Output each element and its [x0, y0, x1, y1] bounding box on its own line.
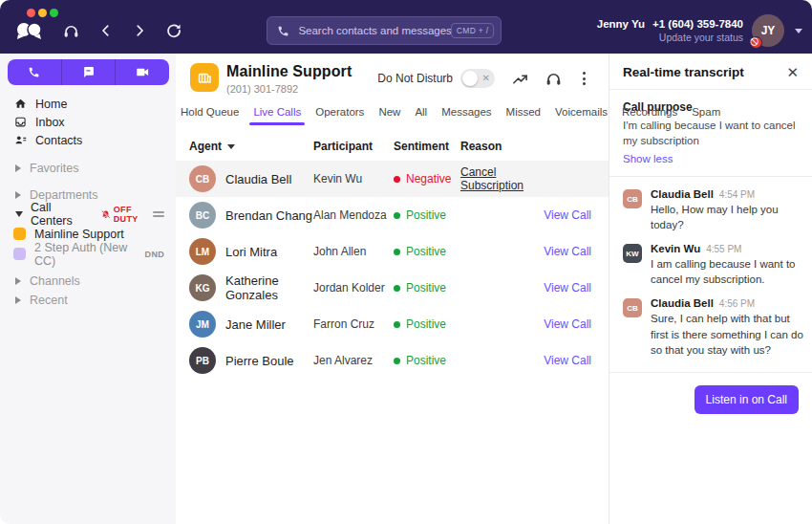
tab[interactable]: Voicemails	[554, 104, 609, 125]
agent-name: Pierre Boule	[225, 354, 294, 368]
listen-headset-icon[interactable]	[545, 71, 562, 87]
listen-in-on-call-button[interactable]: Listen in on Call	[694, 385, 799, 414]
search-input[interactable]	[298, 25, 450, 36]
agent-avatar: BC	[189, 202, 216, 229]
sentiment-dot-icon	[394, 285, 400, 292]
message-text: Sure, I can help with that but first is …	[651, 311, 804, 357]
sentiment-dot-icon	[394, 212, 400, 219]
participant-name: Jen Alvarez	[313, 354, 394, 367]
tab[interactable]: Recordings	[621, 104, 678, 125]
call-purpose-section: Call purpose I'm calling because I want …	[609, 90, 812, 177]
home-icon	[13, 98, 28, 110]
tab[interactable]: Messages	[440, 104, 492, 125]
back-icon[interactable]	[99, 24, 113, 37]
view-call-link[interactable]: View Call	[544, 317, 591, 331]
table-row[interactable]: PB Pierre Boule Jen Alvarez Positive Vie…	[176, 342, 609, 379]
sidebar-item-inbox[interactable]: Inbox	[0, 113, 176, 131]
new-video-button[interactable]	[115, 59, 169, 85]
reason-link[interactable]: Cancel Subscription	[460, 165, 524, 192]
show-less-link[interactable]: Show less	[623, 153, 801, 164]
view-call-link[interactable]: View Call	[544, 245, 591, 258]
new-call-button[interactable]	[8, 59, 61, 85]
forward-icon[interactable]	[133, 24, 146, 37]
table-row[interactable]: CB Claudia Bell Kevin Wu Negative Cancel…	[176, 161, 609, 197]
participant-name: Farron Cruz	[313, 317, 394, 331]
tab[interactable]: Hold Queue	[180, 104, 240, 125]
sidebar-group-call-centers[interactable]: Call Centers OFF DUTY	[0, 205, 176, 224]
table-row[interactable]: JM Jane Miller Farron Cruz Positive View…	[176, 306, 609, 342]
call-center-phone: (201) 301-7892	[226, 83, 352, 95]
participant-name: Alan Mendoza	[313, 208, 394, 222]
reorder-grip-icon[interactable]	[153, 211, 164, 217]
view-call-link[interactable]: View Call	[544, 208, 591, 222]
transcript-message: CB Claudia Bell4:54 PM Hello, How may I …	[623, 188, 804, 232]
sentiment-dot-icon	[394, 358, 400, 364]
tab[interactable]: All	[414, 104, 428, 125]
sidebar-item-home[interactable]: Home	[0, 95, 176, 113]
tab[interactable]: New	[377, 104, 401, 125]
sentiment-dot-icon	[394, 176, 400, 183]
view-call-link[interactable]: View Call	[544, 354, 591, 367]
dnd-toggle[interactable]: ✕	[460, 69, 495, 88]
call-center-color-swatch	[13, 248, 26, 260]
user-phone: +1 (604) 359-7840	[652, 18, 743, 30]
topbar: CMD + / Jenny Yu+1 (604) 359-7840 Update…	[0, 0, 812, 54]
message-text: Hello, How may I help you today?	[651, 202, 804, 232]
table-header: Agent Participant Sentiment Reason	[176, 132, 609, 161]
table-row[interactable]: LM Lori Mitra John Allen Positive View C…	[176, 233, 609, 270]
speaker-name: Claudia Bell	[651, 297, 714, 309]
close-icon[interactable]: ✕	[784, 65, 801, 79]
agent-name: Katherine Gonzales	[225, 273, 313, 302]
more-options-icon[interactable]	[579, 70, 589, 87]
tab[interactable]: Missed	[505, 104, 542, 125]
speaker-name: Claudia Bell	[651, 188, 714, 200]
dnd-toggle-label: Do Not Disturb	[377, 72, 453, 85]
user-name: Jenny Yu	[597, 18, 645, 30]
calls-table: CB Claudia Bell Kevin Wu Negative Cancel…	[176, 161, 609, 379]
sidebar-group-favorites[interactable]: Favorites	[0, 159, 176, 178]
window-controls[interactable]	[27, 9, 58, 17]
sidebar-call-center-item[interactable]: 2 Step Auth (New CC) DND	[0, 244, 176, 264]
transcript-messages: CB Claudia Bell4:54 PM Hello, How may I …	[609, 177, 812, 372]
agent-avatar: KG	[189, 274, 216, 301]
refresh-icon[interactable]	[166, 23, 182, 38]
tab[interactable]: Operators	[314, 104, 365, 125]
view-call-link[interactable]: View Call	[544, 281, 591, 295]
analytics-icon[interactable]	[512, 71, 528, 87]
tab[interactable]: Spam	[691, 104, 721, 125]
sentiment-dot-icon	[394, 249, 400, 255]
column-header-sentiment: Sentiment	[394, 140, 460, 153]
new-message-button[interactable]	[61, 59, 116, 85]
collapsed-chevron-icon	[15, 191, 21, 199]
transcript-title: Real-time transcript	[623, 65, 744, 79]
column-header-agent[interactable]: Agent	[189, 140, 313, 153]
sidebar-group-channels[interactable]: Channels	[0, 272, 176, 291]
agent-name: Brendan Chang	[225, 208, 312, 223]
search-bar[interactable]: CMD + /	[267, 16, 502, 45]
inbox-icon	[13, 116, 28, 128]
sidebar-item-contacts[interactable]: Contacts	[0, 131, 176, 149]
sentiment-badge: Positive	[394, 317, 460, 331]
participant-name: Kevin Wu	[313, 172, 394, 186]
dnd-status-badge: ⃠	[750, 36, 762, 49]
column-header-reason: Reason	[460, 140, 532, 153]
user-avatar[interactable]: JY ⃠	[752, 14, 784, 47]
tab[interactable]: Live Calls	[252, 104, 302, 125]
dialpad-logo-icon	[14, 21, 43, 40]
table-row[interactable]: BC Brendan Chang Alan Mendoza Positive V…	[176, 197, 609, 233]
user-menu[interactable]: Jenny Yu+1 (604) 359-7840 Update your st…	[597, 14, 802, 47]
participant-name: John Allen	[313, 245, 394, 258]
user-menu-caret-icon[interactable]	[795, 29, 802, 33]
tab-bar: Hold Queue Live Calls Operators New All …	[176, 95, 609, 126]
close-window-button[interactable]	[27, 9, 35, 17]
zoom-window-button[interactable]	[50, 9, 58, 17]
update-status-link[interactable]: Update your status	[597, 32, 743, 45]
sidebar-group-recent[interactable]: Recent	[0, 291, 176, 310]
agent-avatar: LM	[189, 238, 216, 265]
table-row[interactable]: KG Katherine Gonzales Jordan Kolder Posi…	[176, 270, 609, 306]
minimize-window-button[interactable]	[38, 9, 47, 17]
participant-name: Jordan Kolder	[313, 281, 394, 295]
headset-icon[interactable]	[63, 23, 79, 39]
collapsed-chevron-icon	[15, 164, 21, 172]
contacts-icon	[13, 134, 28, 146]
